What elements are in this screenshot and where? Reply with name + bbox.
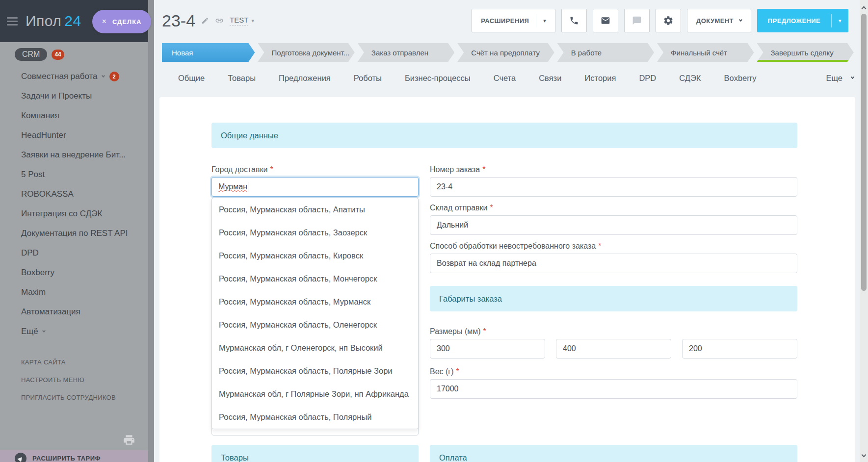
sidebar-item-boxberry[interactable]: Boxberry: [21, 263, 148, 282]
sidebar-menu: Совместная работа 2 Задачи и Проекты Ком…: [0, 67, 148, 341]
suggestion-item[interactable]: Россия, Мурманская область, Кировск: [212, 244, 418, 267]
deal-tabs: Общие Товары Предложения Роботы Бизнес-п…: [162, 62, 854, 90]
vertical-scrollbar[interactable]: [860, 0, 868, 462]
suggestion-item[interactable]: Россия, Мурманская область, Оленегорск: [212, 313, 418, 336]
caret-down-icon[interactable]: ▾: [543, 18, 546, 24]
tab-invoices[interactable]: Счета: [494, 74, 516, 83]
proposal-button[interactable]: ПРЕДЛОЖЕНИЕ ▾: [757, 9, 848, 32]
tab-products[interactable]: Товары: [228, 74, 256, 83]
suggestion-item[interactable]: Мурманская обл, г Оленегорск, нп Высокий: [212, 336, 418, 359]
suggestion-item[interactable]: Россия, Мурманская область, Заозерск: [212, 221, 418, 244]
warehouse-input[interactable]: [430, 215, 797, 235]
stage-new[interactable]: Новая: [162, 43, 255, 62]
suggestion-item[interactable]: Россия, Мурманская область, Полярный: [212, 406, 418, 429]
suggestion-item[interactable]: Россия, Мурманская область, Апатиты: [212, 198, 418, 221]
deal-stage-bar: Новая Подготовка документ... Заказ отпра…: [162, 43, 854, 62]
delivery-city-value: Мурман: [218, 182, 247, 191]
tab-robots[interactable]: Роботы: [354, 74, 382, 83]
invite-employees-link[interactable]: ПРИГЛАСИТЬ СОТРУДНИКОВ: [21, 388, 148, 406]
sidebar-item-label: Задачи и Проекты: [21, 91, 92, 101]
scroll-down-arrow-icon[interactable]: [862, 450, 866, 459]
tab-business-processes[interactable]: Бизнес-процессы: [405, 74, 471, 83]
sidebar-item-company[interactable]: Компания: [21, 106, 148, 126]
close-icon[interactable]: ×: [102, 17, 107, 26]
chevron-down-icon: [739, 18, 742, 21]
tab-history[interactable]: История: [584, 74, 616, 83]
crm-pill[interactable]: CRM: [15, 48, 47, 61]
tab-more[interactable]: Еще: [826, 74, 854, 83]
form-right-column: Номер заказа* Склад отправки* Способ обр…: [430, 164, 797, 462]
sitemap-link[interactable]: КАРТА САЙТА: [21, 353, 148, 371]
sidebar-item-label: ROBOKASSA: [21, 189, 74, 199]
dimension-length-input[interactable]: [430, 339, 545, 359]
hamburger-menu-icon[interactable]: [7, 17, 18, 26]
stage-final-invoice[interactable]: Финальный счёт: [657, 43, 754, 62]
caret-down-icon[interactable]: ▾: [251, 18, 254, 24]
suggestion-item[interactable]: Россия, Мурманская область, Мончегорск: [212, 267, 418, 290]
suggestion-item[interactable]: Мурманская обл, г Полярные Зори, нп Афри…: [212, 383, 418, 406]
sidebar-item-label: 5 Post: [21, 170, 45, 180]
tab-links[interactable]: Связи: [539, 74, 561, 83]
deal-type-selector[interactable]: TEST: [230, 16, 248, 26]
stage-order-sent[interactable]: Заказ отправлен: [358, 43, 454, 62]
close-deal-slider-pill[interactable]: × СДЕЛКА: [92, 10, 151, 33]
call-button[interactable]: [561, 9, 587, 32]
sidebar-item-automation[interactable]: Автоматизация: [21, 302, 148, 322]
sidebar-item-rest-api-docs[interactable]: Документация по REST API: [21, 224, 148, 243]
sidebar-item-label: Совместная работа: [21, 72, 98, 81]
configure-menu-link[interactable]: НАСТРОИТЬ МЕНЮ: [21, 371, 148, 388]
scrollbar-thumb[interactable]: [861, 14, 867, 291]
sidebar-item-crm[interactable]: CRM 44: [15, 48, 148, 61]
sidebar-item-headhunter[interactable]: HeadHunter: [21, 126, 148, 145]
dimension-height-input[interactable]: [682, 339, 797, 359]
required-marker: *: [482, 165, 485, 174]
suggestion-item[interactable]: Россия, Мурманская область, Полярные Зор…: [212, 359, 418, 383]
tab-general[interactable]: Общие: [178, 74, 205, 83]
deal-toolbar: РАСШИРЕНИЯ ▾ ДОКУМЕНТ: [472, 9, 848, 32]
sidebar-item-5post[interactable]: 5 Post: [21, 165, 148, 184]
overlay-backdrop[interactable]: [148, 0, 154, 462]
section-products: Товары: [211, 445, 419, 462]
chat-button[interactable]: [624, 9, 650, 32]
app-logo[interactable]: Ипол24: [26, 13, 81, 29]
extensions-button[interactable]: РАСШИРЕНИЯ ▾: [472, 9, 555, 32]
delivery-city-label: Город доставки*: [211, 164, 419, 175]
weight-input[interactable]: [430, 379, 797, 399]
document-button[interactable]: ДОКУМЕНТ: [687, 9, 751, 32]
sidebar-item-robokassa[interactable]: ROBOKASSA: [21, 184, 148, 204]
tab-dpd[interactable]: DPD: [639, 74, 656, 83]
required-marker: *: [490, 204, 493, 212]
caret-down-icon[interactable]: ▾: [832, 18, 848, 24]
copy-link-icon[interactable]: [215, 16, 224, 25]
tab-cdek[interactable]: СДЭК: [679, 74, 701, 83]
stage-close-deal[interactable]: Завершить сделку: [757, 43, 854, 62]
sidebar-item-collaboration[interactable]: Совместная работа 2: [21, 67, 148, 86]
email-button[interactable]: [593, 9, 618, 32]
tab-proposals[interactable]: Предложения: [279, 74, 331, 83]
sidebar-item-bitrix-requests[interactable]: Заявки на внедрение Бит...: [21, 145, 148, 165]
proposal-label[interactable]: ПРЕДЛОЖЕНИЕ: [757, 17, 831, 25]
order-number-input[interactable]: [430, 177, 797, 197]
form-left-column: Город доставки* Мурман Россия, Мурманска…: [211, 164, 419, 462]
unclaimed-order-label: Способ обработки невостребованного заказ…: [430, 241, 797, 252]
stage-prepayment-invoice[interactable]: Счёт на предоплату: [457, 43, 554, 62]
sidebar-item-cdek-integration[interactable]: Интеграция со СДЭК: [21, 204, 148, 224]
upgrade-plan-button[interactable]: РАСШИРИТЬ ТАРИФ: [0, 450, 148, 462]
dimension-width-input[interactable]: [556, 339, 671, 359]
scroll-up-arrow-icon[interactable]: [862, 3, 866, 12]
sidebar-item-maxim[interactable]: Maxim: [21, 282, 148, 302]
sidebar-item-dpd[interactable]: DPD: [21, 243, 148, 263]
suggestion-item[interactable]: Россия, Мурманская область, Мурманск: [212, 290, 418, 313]
stage-in-progress[interactable]: В работе: [557, 43, 654, 62]
edit-pencil-icon[interactable]: [201, 17, 209, 25]
sidebar-item-tasks[interactable]: Задачи и Проекты: [21, 86, 148, 106]
tab-boxberry[interactable]: Boxberry: [724, 74, 756, 83]
sidebar-item-more[interactable]: Ещё: [21, 322, 148, 341]
deal-title[interactable]: 23-4: [162, 11, 195, 30]
required-marker: *: [483, 327, 486, 336]
stage-docs-preparation[interactable]: Подготовка документ...: [258, 43, 354, 62]
settings-button[interactable]: [656, 9, 681, 32]
delivery-city-input[interactable]: Мурман: [211, 177, 419, 197]
unclaimed-order-input[interactable]: [430, 254, 797, 273]
printer-icon[interactable]: [123, 434, 135, 448]
